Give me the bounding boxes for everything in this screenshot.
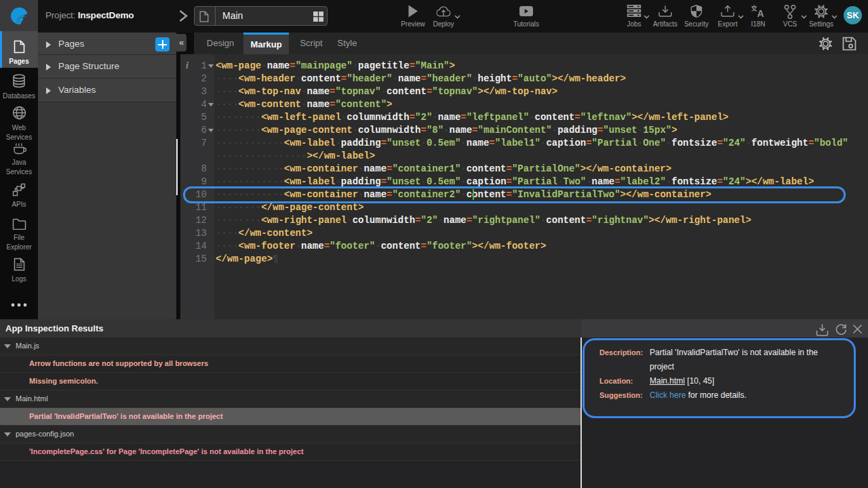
svg-text:A: A: [757, 8, 764, 18]
